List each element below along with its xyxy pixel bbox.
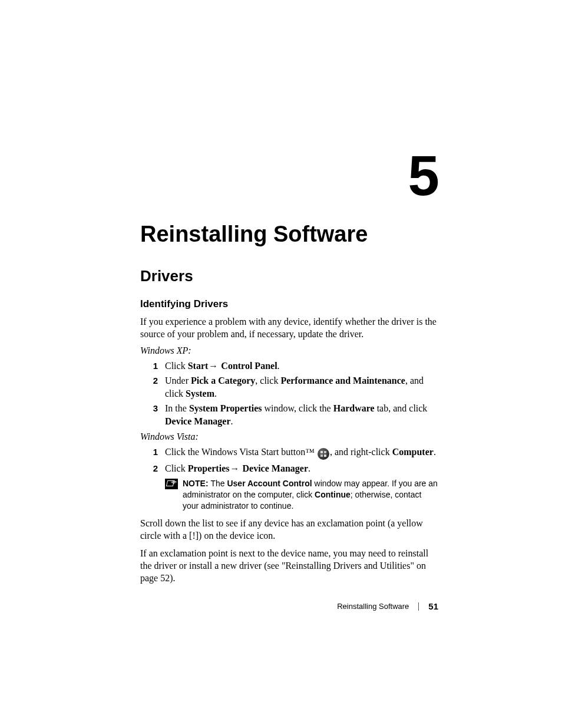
bold-term: System Properties: [189, 403, 262, 413]
text-run: .: [214, 388, 217, 398]
bold-term: Device Manager: [165, 416, 231, 426]
arrow-glyph: →: [229, 463, 242, 473]
text-run: .: [277, 361, 280, 371]
svg-rect-0: [320, 451, 323, 453]
text-run: Click: [165, 463, 188, 473]
bold-term: Device Manager: [242, 463, 308, 473]
list-item: 2 Click Properties→ Device Manager.: [140, 462, 438, 475]
bold-term: Pick a Category: [191, 375, 255, 386]
bold-term: Hardware: [333, 403, 375, 413]
svg-rect-3: [324, 454, 326, 457]
text-run: Click the Windows Vista Start button™: [165, 447, 317, 457]
page-footer: Reinstalling Software 51: [337, 601, 438, 611]
vista-steps-list: 1 Click the Windows Vista Start button™ …: [140, 446, 438, 475]
footer-section-name: Reinstalling Software: [337, 602, 409, 611]
page-number: 51: [428, 601, 438, 611]
subsection-heading-identifying: Identifying Drivers: [140, 298, 438, 310]
text-run: The: [210, 479, 227, 488]
bold-term: Computer: [392, 447, 434, 457]
text-run: , click: [255, 375, 280, 386]
svg-rect-1: [324, 451, 326, 453]
bold-term: User Account Control: [227, 479, 312, 488]
os-label-vista: Windows Vista:: [140, 431, 438, 442]
bold-term: Continue: [315, 490, 351, 499]
windows-vista-start-icon: [318, 448, 329, 460]
text-run: .: [308, 463, 310, 473]
body-paragraph: If an exclamation point is next to the d…: [140, 548, 438, 584]
xp-steps-list: 1 Click Start→ Control Panel. 2 Under Pi…: [140, 360, 438, 428]
text-run: .: [231, 416, 233, 426]
arrow-glyph: →: [208, 361, 221, 371]
list-item: 3 In the System Properties window, click…: [140, 402, 438, 427]
step-number: 1: [140, 446, 165, 458]
svg-rect-2: [320, 454, 323, 457]
step-number: 1: [140, 360, 165, 372]
list-item: 1 Click Start→ Control Panel.: [140, 360, 438, 373]
text-run: In the: [165, 403, 189, 413]
step-number: 2: [140, 374, 165, 387]
os-label-xp: Windows XP:: [140, 345, 438, 356]
bold-term: Start: [188, 361, 209, 371]
text-run: window, click the: [262, 403, 333, 413]
list-item: 1 Click the Windows Vista Start button™ …: [140, 446, 438, 460]
text-run: .: [434, 447, 436, 457]
body-paragraph: Scroll down the list to see if any devic…: [140, 518, 438, 542]
text-run: Click: [165, 361, 188, 371]
step-number: 3: [140, 402, 165, 414]
section-heading-drivers: Drivers: [140, 267, 438, 285]
intro-paragraph: If you experience a problem with any dev…: [140, 316, 438, 341]
step-number: 2: [140, 462, 165, 475]
text-run: tab, and click: [375, 403, 428, 413]
chapter-number: 5: [140, 147, 438, 204]
note-callout: NOTE: The User Account Control window ma…: [165, 478, 438, 512]
bold-term: Performance and Maintenance: [280, 375, 405, 386]
document-page: 5 Reinstalling Software Drivers Identify…: [0, 0, 562, 728]
bold-term: Properties: [188, 463, 230, 473]
bold-term: System: [186, 388, 214, 398]
chapter-title: Reinstalling Software: [140, 222, 438, 247]
text-run: Under: [165, 375, 191, 386]
text-run: , and right-click: [330, 447, 392, 457]
list-item: 2 Under Pick a Category, click Performan…: [140, 374, 438, 400]
bold-term: Control Panel: [221, 361, 277, 371]
note-icon: [165, 479, 178, 489]
footer-separator: [418, 602, 419, 611]
note-label: NOTE:: [183, 479, 210, 488]
